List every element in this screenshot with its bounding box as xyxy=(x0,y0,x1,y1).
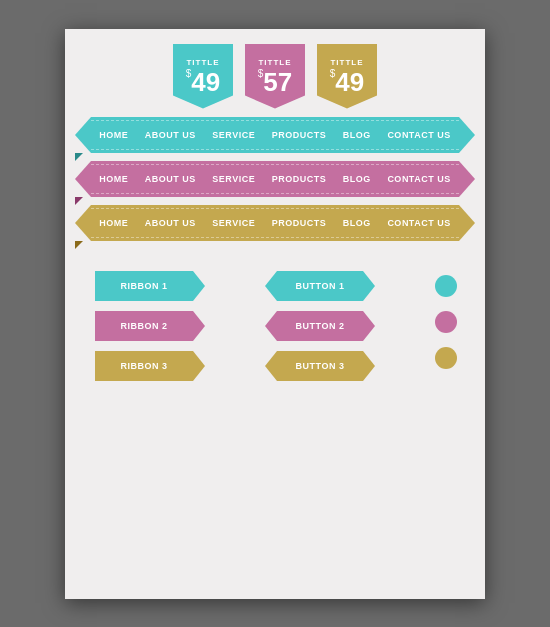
nav-1-home[interactable]: HOME xyxy=(93,130,134,140)
ribbon-3-tail xyxy=(193,351,205,381)
nav-bar-1[interactable]: HOME ABOUT US SERVICE PRODUCTS BLOG CONT… xyxy=(75,117,475,153)
ribbon-3-body: RIBBON 3 xyxy=(95,351,193,381)
price-tag-2: TITTLE $ 57 xyxy=(245,44,305,109)
nav-3-blog[interactable]: BLOG xyxy=(337,218,377,228)
nav-bar-2[interactable]: HOME ABOUT US SERVICE PRODUCTS BLOG CONT… xyxy=(75,161,475,197)
nav-2-service[interactable]: SERVICE xyxy=(206,174,261,184)
ribbons-column: RIBBON 1 RIBBON 2 RIBBON 3 xyxy=(95,271,205,381)
nav-3-contact[interactable]: CONTACT US xyxy=(381,218,456,228)
nav-3-left-point xyxy=(75,205,91,241)
ribbon-3[interactable]: RIBBON 3 xyxy=(95,351,205,381)
button-1-right xyxy=(363,271,375,301)
paper-container: TITTLE $ 49 TITTLE $ 57 TITTLE xyxy=(65,29,485,599)
nav-1-service[interactable]: SERVICE xyxy=(206,130,261,140)
nav-1-fold xyxy=(75,153,83,161)
nav-2-body: HOME ABOUT US SERVICE PRODUCTS BLOG CONT… xyxy=(91,161,459,197)
price-tag-1: TITTLE $ 49 xyxy=(173,44,233,109)
bottom-section: RIBBON 1 RIBBON 2 RIBBON 3 BUTTON 1 xyxy=(65,251,485,401)
button-2-body: BUTTON 2 xyxy=(277,311,363,341)
price-tag-3-title: TITTLE xyxy=(330,58,363,67)
nav-bar-2-wrapper: HOME ABOUT US SERVICE PRODUCTS BLOG CONT… xyxy=(75,161,475,197)
price-tag-1-amount: 49 xyxy=(191,69,220,95)
nav-2-contact[interactable]: CONTACT US xyxy=(381,174,456,184)
nav-3-fold xyxy=(75,241,83,249)
ribbon-1-tail xyxy=(193,271,205,301)
nav-2-right-point xyxy=(459,161,475,197)
nav-3-home[interactable]: HOME xyxy=(93,218,134,228)
button-1-left xyxy=(265,271,277,301)
button-3-body: BUTTON 3 xyxy=(277,351,363,381)
button-2[interactable]: BUTTON 2 xyxy=(265,311,375,341)
buttons-column: BUTTON 1 BUTTON 2 BUTTON 3 xyxy=(265,271,375,381)
ribbon-1[interactable]: RIBBON 1 xyxy=(95,271,205,301)
price-tags-section: TITTLE $ 49 TITTLE $ 57 TITTLE xyxy=(65,29,485,109)
nav-2-home[interactable]: HOME xyxy=(93,174,134,184)
button-1-body: BUTTON 1 xyxy=(277,271,363,301)
nav-3-right-point xyxy=(459,205,475,241)
nav-2-blog[interactable]: BLOG xyxy=(337,174,377,184)
ribbon-1-body: RIBBON 1 xyxy=(95,271,193,301)
button-3-right xyxy=(363,351,375,381)
price-tag-3-body: TITTLE $ 49 xyxy=(317,44,377,109)
button-2-left xyxy=(265,311,277,341)
nav-3-body: HOME ABOUT US SERVICE PRODUCTS BLOG CONT… xyxy=(91,205,459,241)
nav-bar-1-wrapper: HOME ABOUT US SERVICE PRODUCTS BLOG CONT… xyxy=(75,117,475,153)
price-tag-2-amount: 57 xyxy=(263,69,292,95)
button-3[interactable]: BUTTON 3 xyxy=(265,351,375,381)
price-tag-3-amount: 49 xyxy=(335,69,364,95)
nav-1-left-point xyxy=(75,117,91,153)
nav-bar-3-wrapper: HOME ABOUT US SERVICE PRODUCTS BLOG CONT… xyxy=(75,205,475,241)
button-3-left xyxy=(265,351,277,381)
nav-3-about[interactable]: ABOUT US xyxy=(139,218,202,228)
price-tag-1-body: TITTLE $ 49 xyxy=(173,44,233,109)
nav-1-blog[interactable]: BLOG xyxy=(337,130,377,140)
price-tag-2-body: TITTLE $ 57 xyxy=(245,44,305,109)
nav-3-service[interactable]: SERVICE xyxy=(206,218,261,228)
price-tag-3: TITTLE $ 49 xyxy=(317,44,377,109)
price-tag-2-title: TITTLE xyxy=(258,58,291,67)
nav-2-left-point xyxy=(75,161,91,197)
nav-2-fold xyxy=(75,197,83,205)
nav-2-about[interactable]: ABOUT US xyxy=(139,174,202,184)
dot-gold xyxy=(435,347,457,369)
nav-1-right-point xyxy=(459,117,475,153)
button-2-right xyxy=(363,311,375,341)
nav-bar-3[interactable]: HOME ABOUT US SERVICE PRODUCTS BLOG CONT… xyxy=(75,205,475,241)
price-tag-1-title: TITTLE xyxy=(186,58,219,67)
dot-pink xyxy=(435,311,457,333)
button-1[interactable]: BUTTON 1 xyxy=(265,271,375,301)
ribbon-2-body: RIBBON 2 xyxy=(95,311,193,341)
nav-1-contact[interactable]: CONTACT US xyxy=(381,130,456,140)
dots-column xyxy=(435,271,457,381)
nav-bars-section: HOME ABOUT US SERVICE PRODUCTS BLOG CONT… xyxy=(65,117,485,241)
ribbon-2-tail xyxy=(193,311,205,341)
nav-1-about[interactable]: ABOUT US xyxy=(139,130,202,140)
nav-3-products[interactable]: PRODUCTS xyxy=(266,218,333,228)
nav-1-products[interactable]: PRODUCTS xyxy=(266,130,333,140)
nav-2-products[interactable]: PRODUCTS xyxy=(266,174,333,184)
dot-teal xyxy=(435,275,457,297)
ribbon-2[interactable]: RIBBON 2 xyxy=(95,311,205,341)
nav-1-body: HOME ABOUT US SERVICE PRODUCTS BLOG CONT… xyxy=(91,117,459,153)
